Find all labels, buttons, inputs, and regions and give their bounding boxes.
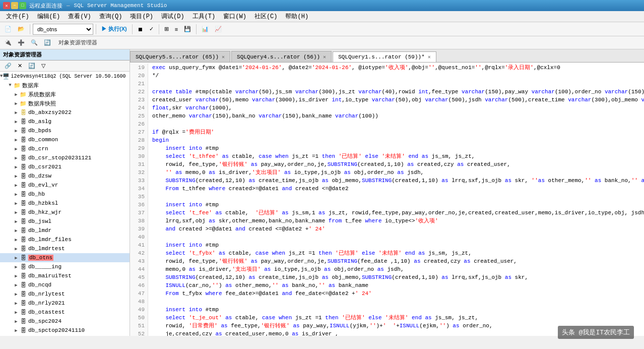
tab-query1[interactable]: SQLQuery1.s...rator (59))* ✕ (333, 51, 436, 63)
tree-server[interactable]: ▼ 🖥️ i2e9vmsyn4t18q2 (SQL Server 10.50.1… (0, 72, 130, 81)
tree-db-lmdrtest[interactable]: ▶ 🗄 db_lmdrtest (0, 244, 130, 253)
tree-db-evl[interactable]: ▶ 🗄 db_evl_vr (0, 181, 130, 190)
sys-folder-icon: 📁 (19, 91, 27, 98)
add-db-button[interactable]: ➕ (15, 37, 27, 48)
tree-db-spc2024[interactable]: ▶ 🗄 db_spc2024 (0, 317, 130, 326)
new-connection-button[interactable]: 🔌 (2, 37, 14, 48)
menu-file[interactable]: 文件(F) (2, 11, 33, 22)
sql-line: 45 SUBSTRING(created,12,10) as create_ti… (130, 273, 644, 281)
tree-db-ncqd[interactable]: ▶ 🗄 db_ncqd (0, 280, 130, 289)
tree-arrow-db20: ▶ (13, 282, 19, 288)
tree-db-crn[interactable]: ▶ 🗄 db_crn (0, 144, 130, 153)
tree-databases[interactable]: ▼ 📁 数据库 (0, 81, 130, 90)
sql-line: 28begin (130, 136, 644, 144)
tree-db-csr-stop[interactable]: ▶ 🗄 db_csr_stop20231121 (0, 153, 130, 162)
db-label20: db_ncqd (28, 282, 51, 288)
tree-db-nrlytest[interactable]: ▶ 🗄 db_nrlytest (0, 289, 130, 299)
sql-line: 35 (130, 193, 644, 201)
lines-container: 19exec usp_query_fymx @date1='2024-01-26… (130, 64, 644, 336)
tree-db-ing[interactable]: ▶ 🗄 db_____ing (0, 262, 130, 271)
window-controls[interactable]: ✕ − □ (3, 2, 26, 9)
line-number: 25 (130, 112, 148, 120)
tab-close-query4[interactable]: ✕ (323, 54, 326, 60)
server-icon: 🖥️ (3, 73, 10, 80)
new-query-button[interactable]: 📄 (2, 24, 14, 35)
tree-db-lmdr[interactable]: ▶ 🗄 db_lmdr (0, 226, 130, 235)
tree-db-otns[interactable]: ▶ 🗄 db_otns (0, 253, 130, 262)
tab-close-query1[interactable]: ✕ (428, 54, 431, 60)
tree-db-hzbksl[interactable]: ▶ 🗄 db_hzbksl (0, 199, 130, 208)
menu-window[interactable]: 窗口(W) (219, 11, 250, 22)
results-to-text[interactable]: ≡ (172, 24, 180, 35)
tree-arrow-db22: ▶ (13, 301, 19, 306)
menu-project[interactable]: 项目(P) (126, 11, 157, 22)
tree-db-aslg[interactable]: ▶ 🗄 db_aslg (0, 117, 130, 126)
line-content: ISNULL(car_no,'') as other_memo,'' as ba… (148, 281, 368, 289)
tree-db-dzsw[interactable]: ▶ 🗄 db_dzsw (0, 171, 130, 181)
db-icon15: 🗄 (19, 237, 27, 243)
filter-button[interactable]: 🔍 (28, 37, 40, 48)
sql-line: 40 (130, 233, 644, 241)
sql-line: 20*/ (130, 72, 644, 80)
refresh-button[interactable]: 🔄 (41, 37, 53, 48)
line-number: 29 (130, 144, 148, 152)
tree-arrow-db21: ▶ (13, 292, 19, 297)
menu-edit[interactable]: 编辑(E) (33, 11, 65, 22)
tab-query4[interactable]: SQLQuery4.s...rator (56)) ✕ (231, 51, 332, 62)
tree-db-abxzsy[interactable]: ▶ 🗄 db_abxzsy2022 (0, 108, 130, 117)
stop-button[interactable]: ⏹ (135, 24, 146, 35)
line-number: 28 (130, 136, 148, 144)
db-label23: db_otastest (28, 309, 65, 315)
line-content: insert into #tmp (148, 144, 219, 152)
include-actual-plan[interactable]: 📊 (199, 24, 211, 35)
execute-button[interactable]: ▶ 执行(X) (99, 24, 130, 35)
tree-db-nrly2021[interactable]: ▶ 🗄 db_nrly2021 (0, 299, 130, 308)
menu-tools[interactable]: 工具(T) (188, 11, 220, 22)
parse-button[interactable]: ✓ (147, 24, 156, 35)
tab-close-query5[interactable]: ✕ (222, 54, 225, 60)
db-icon5: 🗄 (19, 146, 27, 152)
sql-line: 29 insert into #tmp (130, 144, 644, 152)
maximize-button[interactable]: □ (19, 2, 26, 9)
db-icon7: 🗄 (19, 164, 27, 170)
open-button[interactable]: 📂 (15, 24, 27, 35)
db-label22: db_nrly2021 (28, 300, 65, 306)
tree-db-spctop[interactable]: ▶ 🗄 db_spctop20241110 (0, 326, 130, 335)
tree-db-mairuiTest[interactable]: ▶ 🗄 db_mairuiTest (0, 271, 130, 280)
tree-db-lmdr-files[interactable]: ▶ 🗄 db_lmdr_files (0, 235, 130, 244)
tab-query5[interactable]: SQLQuery5.s...rator (65)) ✕ (130, 51, 230, 62)
sql-editor[interactable]: 19exec usp_query_fymx @date1='2024-01-26… (130, 63, 644, 336)
db-label13: db_jswl (28, 218, 51, 224)
menu-view[interactable]: 查看(V) (64, 11, 95, 22)
tree-db-splc[interactable]: ▶ 🗄 db_splc (0, 335, 130, 336)
results-to-file[interactable]: 💾 (181, 24, 194, 35)
tree-system-dbs[interactable]: ▶ 📁 系统数据库 (0, 90, 130, 99)
close-button[interactable]: ✕ (3, 2, 10, 9)
tree-snapshots[interactable]: ▶ 📁 数据库快照 (0, 99, 130, 108)
db-label11: db_hzbksl (28, 200, 58, 206)
menu-community[interactable]: 社区(C) (250, 11, 282, 22)
database-dropdown[interactable]: db_otns (33, 24, 93, 35)
oe-refresh[interactable]: 🔄 (26, 61, 38, 72)
line-number: 19 (130, 64, 148, 72)
sql-line: 47 From t_fybx where fee_date>=@date1 an… (130, 289, 644, 298)
line-number: 27 (130, 128, 148, 136)
include-client-stats[interactable]: 📈 (212, 24, 224, 35)
tree-db-hkz[interactable]: ▶ 🗄 db_hkz_wjr (0, 208, 130, 217)
snapshot-folder-icon: 📁 (19, 100, 27, 107)
line-number: 36 (130, 201, 148, 209)
tree-db-otastest[interactable]: ▶ 🗄 db_otastest (0, 308, 130, 317)
minimize-button[interactable]: − (11, 2, 18, 9)
tree-db-csr2021[interactable]: ▶ 🗄 db_csr2021 (0, 162, 130, 171)
tree-db-jswl[interactable]: ▶ 🗄 db_jswl (0, 217, 130, 226)
results-to-grid[interactable]: ⊞ (162, 24, 171, 35)
menu-help[interactable]: 帮助(H) (281, 11, 312, 22)
tree-db-common[interactable]: ▶ 🗄 db_common (0, 135, 130, 144)
oe-connect[interactable]: 🔗 (2, 61, 14, 72)
oe-filter[interactable]: ▽ (39, 61, 48, 72)
menu-query[interactable]: 查询(Q) (95, 11, 126, 22)
tree-db-bpds[interactable]: ▶ 🗄 db_bpds (0, 126, 130, 135)
tree-db-hb[interactable]: ▶ 🗄 db_hb (0, 190, 130, 199)
oe-disconnect[interactable]: ✕ (15, 61, 25, 72)
menu-debug[interactable]: 调试(D) (157, 11, 188, 22)
